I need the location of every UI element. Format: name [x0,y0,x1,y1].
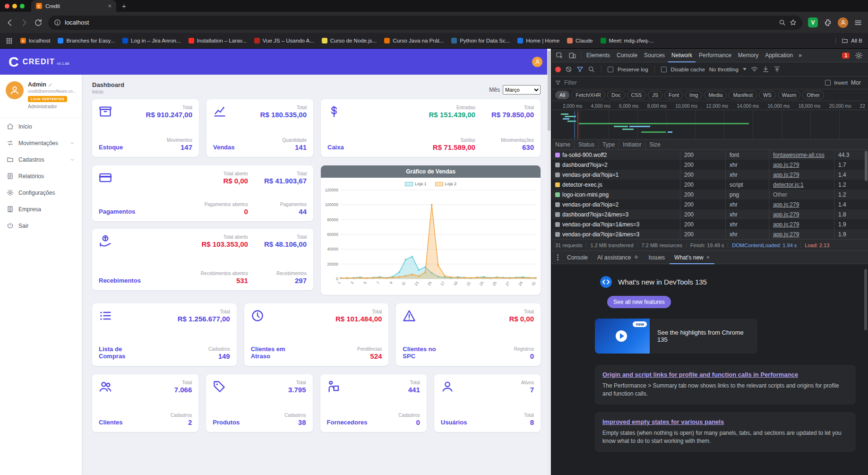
sidebar-item-movimentacoes[interactable]: Movimentações [0,135,82,151]
zoom-icon[interactable] [779,19,786,26]
network-request-row[interactable]: dashboard?loja=2&mes=3 200 xhr app.js:27… [551,209,868,219]
whats-new-scrollbar[interactable] [864,269,867,330]
initiator-link[interactable]: app.js:279 [773,221,799,228]
v-extension-icon[interactable]: V [808,17,818,27]
browser-menu-icon[interactable] [854,18,862,27]
all-bookmarks[interactable]: All B [835,37,862,44]
sidebar-item-inicio[interactable]: Início [0,118,82,135]
filter-chip[interactable]: Fetch/XHR [571,91,605,99]
filter-chip[interactable]: Manifest [729,91,757,99]
month-select[interactable]: Março [503,85,541,95]
bookmark-star-icon[interactable] [790,19,797,26]
devtools-tab[interactable]: Console [613,49,641,62]
drawer-tab-ai-assistance[interactable]: AI assistance [593,250,644,264]
bookmark-item[interactable]: Curso de Node.js... [322,38,377,43]
initiator-link[interactable]: app.js:279 [773,201,799,208]
network-request-row[interactable]: dashboard?loja=2 200 xhr app.js:279 1.7 [551,160,868,170]
sidebar-item-configuracoes[interactable]: Configurações [0,184,82,201]
filter-chip[interactable]: JS [648,91,662,99]
inspect-element-icon[interactable] [556,52,564,60]
column-header[interactable]: Type [598,139,619,149]
window-close-button[interactable] [5,4,9,9]
network-request-row[interactable]: vendas-por-dia?loja=1 200 xhr app.js:279… [551,170,868,180]
section-heading-link[interactable]: Improved empty states for various panels [602,418,848,425]
filter-chip[interactable]: Font [664,91,683,99]
bookmark-item[interactable]: Claude [567,38,593,43]
column-header[interactable]: Size [645,139,664,149]
clear-icon[interactable] [565,66,572,73]
site-info-icon[interactable] [54,19,61,26]
sidebar-item-sair[interactable]: Sair [0,217,82,234]
bookmark-item[interactable]: Branches for Easy... [58,38,115,43]
network-conditions-icon[interactable] [751,66,758,73]
forward-icon[interactable] [20,18,28,27]
bookmark-item[interactable]: Installation – Larav... [189,38,247,43]
address-bar[interactable]: localhost [48,16,802,30]
devtools-tab[interactable]: Network [668,49,696,62]
initiator-link[interactable]: app.js:279 [773,211,799,218]
back-icon[interactable] [6,18,14,27]
bookmark-item[interactable]: Meet: mdg-zfwq-... [601,38,654,43]
sidebar-item-empresa[interactable]: Empresa [0,201,82,217]
sidebar-item-relatorios[interactable]: Relatórios [0,168,82,184]
network-filter-input[interactable] [564,79,822,86]
table-scrollbar[interactable] [865,151,868,181]
filter-chip[interactable]: Media [704,91,727,99]
network-request-row[interactable]: detector-exec.js 200 script detector.js:… [551,180,868,190]
devtools-tab[interactable]: Memory [735,49,762,62]
highlights-thumbnail[interactable]: new [595,319,650,354]
column-header[interactable]: Name [551,139,574,149]
initiator-link[interactable]: app.js:279 [773,231,799,238]
filter-chip[interactable]: All [555,91,569,99]
bookmark-item[interactable]: C localhost [20,38,50,43]
initiator-link[interactable]: app.js:279 [773,172,799,178]
initiator-link[interactable]: Other [773,191,787,198]
network-request-row[interactable]: fa-solid-900.woff2 200 font fontawesome-… [551,150,868,160]
invert-checkbox[interactable] [825,80,831,86]
network-search-icon[interactable] [588,66,595,73]
network-overview-chart[interactable] [551,110,868,139]
devtools-settings-gear-icon[interactable] [855,52,863,60]
tab-close-icon[interactable]: × [108,2,112,9]
filter-chip[interactable]: CSS [627,91,646,99]
network-request-row[interactable]: logo-icon-mini.png 200 png Other 1.2 [551,190,868,199]
column-header[interactable]: Status [574,139,598,149]
play-icon[interactable] [616,330,627,342]
more-filters-label[interactable]: Mor [851,79,864,86]
error-count-badge[interactable]: 1 [842,52,850,59]
more-panels-icon[interactable]: » [796,52,804,59]
throttling-select[interactable]: No throttling [709,67,739,72]
profile-avatar[interactable] [6,81,24,99]
preserve-log-checkbox[interactable] [608,67,613,72]
see-all-features-button[interactable]: See all new features [607,296,671,308]
highlights-card[interactable]: new See the highlights from Chrome 135 [595,319,757,354]
drawer-tab-console[interactable]: Console [562,250,593,264]
filter-chip[interactable]: WS [759,91,776,99]
user-avatar[interactable] [532,57,542,67]
filter-chip[interactable]: Doc [607,91,625,99]
filter-chip[interactable]: Img [685,91,702,99]
sidebar-item-cadastros[interactable]: Cadastros [0,151,82,168]
devtools-tab[interactable]: Performance [696,49,735,62]
record-icon[interactable] [555,67,561,72]
page-scrollbar[interactable] [547,49,551,475]
bookmark-item[interactable]: Home | Home [517,38,559,43]
filter-funnel-icon[interactable] [576,66,584,73]
device-toolbar-icon[interactable] [568,52,576,60]
filter-chip[interactable]: Other [802,91,824,99]
browser-profile-avatar[interactable] [838,17,848,28]
network-request-row[interactable]: vendas-por-dia?loja=1&mes=3 200 xhr app.… [551,219,868,229]
network-request-row[interactable]: vendas-por-dia?loja=2 200 xhr app.js:279… [551,199,868,209]
export-har-icon[interactable] [773,66,781,73]
bookmark-item[interactable]: Vue JS – Usando A... [254,38,314,43]
drawer-tab-close-icon[interactable]: × [706,254,710,261]
initiator-link[interactable]: detector.js:1 [773,181,804,188]
drawer-menu-icon[interactable] [557,257,559,258]
reload-icon[interactable] [34,18,43,27]
devtools-tab[interactable]: Sources [641,49,668,62]
apps-grid-icon[interactable] [6,37,13,44]
browser-tab[interactable]: C Credit × [31,0,116,12]
edit-pencil-icon[interactable] [48,83,52,87]
disable-cache-checkbox[interactable] [661,67,667,72]
bookmark-item[interactable]: Curso Java na Prát... [384,38,444,43]
